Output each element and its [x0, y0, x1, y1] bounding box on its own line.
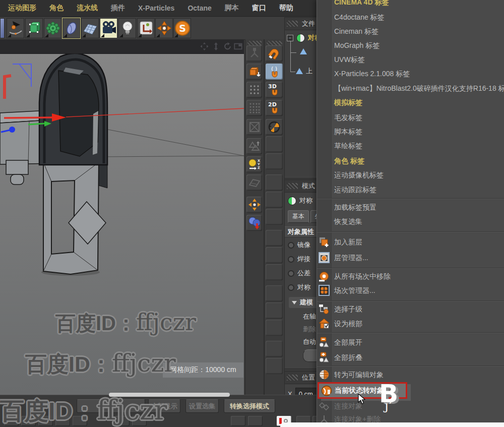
menu-item-make-editable[interactable]: 转为可编辑对象	[317, 368, 504, 383]
array-modeling-tool[interactable]	[44, 18, 61, 38]
menu-item-add-to-new-layer[interactable]: 加入新层	[317, 235, 504, 250]
menu-pipeline[interactable]: 流水线	[77, 4, 98, 13]
light-bulb-icon	[120, 20, 135, 36]
menu-item-restore-selection[interactable]: 恢复选集	[317, 215, 504, 229]
menu-help[interactable]: 帮助	[279, 4, 293, 13]
menu-item-unfold-all[interactable]: 全部展开	[317, 335, 504, 350]
make-editable-button[interactable]	[246, 64, 262, 80]
convert-selection-mode-button[interactable]: 转换选择模式	[224, 399, 275, 413]
snap-magnet-button[interactable]	[266, 45, 283, 62]
modeling-row[interactable]: 在轴	[303, 312, 316, 321]
set-selection-button[interactable]: 设置选集	[185, 399, 219, 413]
xpresso-tool[interactable]	[155, 18, 173, 38]
menu-item-remove-from-all-takes[interactable]: 从所有场次中移除	[317, 270, 504, 284]
axis-mode-button[interactable]: X Y Z	[246, 156, 262, 172]
panel-grip[interactable]	[287, 21, 298, 27]
pan-view-icon[interactable]	[200, 42, 209, 51]
points-mode-button[interactable]	[246, 82, 262, 98]
menu-item-script-tags[interactable]: 脚本标签	[317, 125, 504, 139]
cube-tool-partial-icon[interactable]	[0, 18, 5, 38]
bottom-tool-button[interactable]	[231, 416, 245, 426]
expander-icon[interactable]: −	[287, 35, 293, 41]
polygons-mode-button[interactable]	[246, 119, 262, 135]
y-axis-handle[interactable]	[9, 127, 15, 133]
menu-mograph[interactable]: 运动图形	[8, 4, 36, 13]
menu-item-select-children[interactable]: 选择子级	[317, 302, 504, 317]
menu-item-take-manager[interactable]: 场次管理器...	[317, 283, 504, 298]
light-tool[interactable]	[118, 18, 136, 38]
zoom-view-icon[interactable]	[211, 42, 221, 51]
menu-item-motion-camera-tag[interactable]: 运动摄像机标签	[317, 168, 504, 182]
menu-item-fold-all[interactable]: 全部折叠	[317, 350, 504, 365]
layer-manager-icon	[319, 252, 330, 263]
menu-plugins[interactable]: 插件	[111, 4, 125, 13]
model-mode-button[interactable]	[246, 45, 262, 62]
viewport-background	[0, 53, 244, 395]
menu-xparticles[interactable]: X-Particles	[138, 4, 174, 12]
snap-3d-button[interactable]: 3D	[266, 82, 283, 98]
workplane-tool[interactable]	[137, 18, 155, 38]
normals-tool-button[interactable]	[246, 215, 262, 231]
menu-window[interactable]: 窗口	[252, 4, 266, 13]
bottom-tool-button[interactable]	[248, 416, 263, 426]
menu-item-cineman-tags[interactable]: Cineman 标签	[317, 25, 504, 39]
toggle-view-layout-icon[interactable]	[233, 42, 243, 51]
snap-2d-button[interactable]: 2D	[266, 100, 283, 116]
keyframe-circle-icon[interactable]	[288, 270, 294, 277]
menu-item-cinema4d-tags[interactable]: CINEMA 4D 标签	[317, 0, 504, 10]
viewport[interactable]: 网格间距：10000 cm	[0, 39, 244, 395]
panel-grip[interactable]	[287, 183, 298, 189]
modeling-row[interactable]: 自动	[303, 337, 316, 346]
sound-tool[interactable]: S	[173, 18, 191, 38]
menu-octane[interactable]: Octane	[187, 4, 211, 12]
orange-x-arrows-icon	[157, 20, 172, 36]
menu-separator	[317, 198, 504, 199]
menu-character[interactable]: 角色	[49, 4, 64, 13]
menu-item-motion-tracker-tag[interactable]: 运动跟踪标签	[317, 183, 504, 197]
texture-axes-button[interactable]	[246, 197, 262, 213]
rotate-view-icon[interactable]	[223, 42, 232, 51]
tree-row-symmetry[interactable]: − 对称	[287, 33, 321, 42]
menu-item-hair-tags[interactable]: 毛发标签	[317, 111, 504, 125]
menu-item-c4doctane-tags[interactable]: C4doctane 标签	[317, 11, 504, 25]
menu-item-load-tag-preset[interactable]: 加载标签预置	[317, 201, 504, 215]
edges-mode-button[interactable]	[246, 100, 262, 116]
tab-basic[interactable]: 基本	[288, 210, 309, 223]
menu-item-nitroblast-tags[interactable]: 【win+mac】NitroBlast2.0破碎插件汉化支持R16-18 标签	[317, 82, 504, 96]
option-label: 镜像	[297, 240, 310, 250]
viewport-canvas	[0, 53, 244, 395]
menu-item-set-as-root[interactable]: 设为根部	[317, 317, 504, 332]
subdivision-surface-tool[interactable]	[25, 18, 43, 38]
keyframe-circle-icon[interactable]	[288, 242, 294, 249]
enable-snap-button[interactable]: ( )	[266, 64, 283, 80]
tree-row-child[interactable]: 上	[296, 67, 312, 76]
quantize-rotate-button[interactable]	[266, 119, 283, 135]
spline-pen-tool[interactable]	[7, 18, 24, 38]
modeling-group-header[interactable]: 建模	[289, 297, 318, 308]
tree-row-child[interactable]	[300, 48, 310, 54]
menu-item-mograph-tags[interactable]: MoGraph 标签	[317, 39, 504, 53]
menu-item-layer-manager[interactable]: 层管理器...	[317, 251, 504, 266]
object-manager-menu[interactable]: 文件	[302, 19, 315, 28]
menu-item-character-tags[interactable]: 角色 标签	[317, 154, 504, 168]
tree-label[interactable]: 上	[306, 67, 312, 76]
menu-item-xparticles-tags[interactable]: X-Particles 2.1.008 标签	[317, 67, 504, 81]
deformer-tool[interactable]	[62, 18, 80, 38]
workplane-mode-button[interactable]	[246, 174, 262, 191]
keyframe-circle-icon[interactable]	[288, 284, 294, 291]
keyframe-circle-icon[interactable]	[288, 256, 294, 263]
texture-mode-button[interactable]	[246, 138, 262, 154]
menu-script[interactable]: 脚本	[225, 4, 239, 13]
attributes-mode-menu[interactable]: 模式	[302, 181, 315, 191]
menu-item-uvw-tag[interactable]: UVW标签	[317, 53, 504, 67]
triangles-arrow-icon	[248, 140, 261, 152]
white-subtitle-strip	[280, 422, 504, 427]
modeling-row-disabled: 删除	[303, 325, 316, 334]
camera-tool[interactable]	[100, 18, 117, 38]
panel-grip[interactable]	[287, 375, 298, 381]
green-cube-icon	[27, 20, 41, 36]
menu-item-simulation-tags[interactable]: 模拟标签	[317, 96, 504, 110]
floor-tool[interactable]	[81, 18, 99, 38]
coordinates-title: 位置	[302, 373, 315, 382]
menu-item-sketch-tags[interactable]: 草绘标签	[317, 139, 504, 153]
